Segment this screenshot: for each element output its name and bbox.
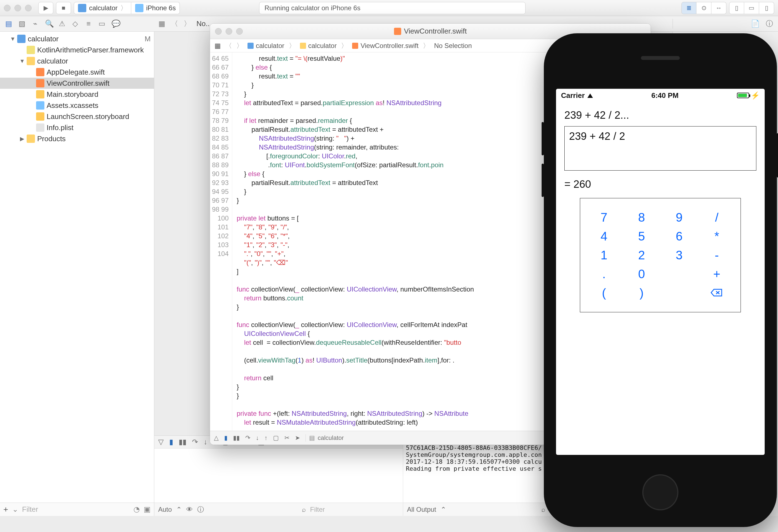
back-icon[interactable]: 〈 <box>171 19 178 28</box>
swift-file-icon <box>394 28 401 35</box>
close-window-icon[interactable] <box>215 28 222 35</box>
close-window-icon[interactable] <box>4 5 10 11</box>
stop-button[interactable]: ■ <box>56 2 71 14</box>
battery-icon: ⚡ <box>737 91 760 100</box>
breakpoint-nav-icon[interactable]: ▭ <box>98 19 105 28</box>
storyboard-icon <box>36 90 45 98</box>
zoom-window-icon[interactable] <box>236 28 243 35</box>
version-editor-button[interactable]: ↔ <box>711 2 726 14</box>
run-button[interactable]: ▶ <box>38 2 53 14</box>
chevron-updown-icon: ⌃ <box>441 506 446 513</box>
calc-key-*[interactable]: * <box>700 230 733 243</box>
debug-nav-icon[interactable]: ≡ <box>85 19 92 28</box>
calc-key-/[interactable]: / <box>700 210 733 225</box>
jumpbar-text[interactable]: No... <box>197 19 212 28</box>
scheme-selector[interactable]: calculator 〉 iPhone 6s <box>74 2 180 14</box>
calc-key-)[interactable]: ) <box>625 286 658 300</box>
pause-icon[interactable]: ▮▮ <box>179 438 186 446</box>
toggle-debug-icon[interactable]: △ <box>214 434 219 442</box>
step-into-icon[interactable]: ↓ <box>256 434 259 442</box>
print-desc-icon[interactable]: ⓘ <box>197 505 204 514</box>
nav-file-row[interactable]: Main.storyboard <box>0 89 154 100</box>
scm-filter-icon[interactable]: ▣ <box>144 505 151 514</box>
process-icon: ▤ <box>309 434 315 442</box>
home-button[interactable] <box>642 474 678 510</box>
vars-scope-select[interactable]: Auto <box>158 506 172 513</box>
console-scope-select[interactable]: All Output <box>407 506 436 513</box>
test-nav-icon[interactable]: ◇ <box>72 19 79 28</box>
memory-graph-icon[interactable]: ✂ <box>285 434 289 442</box>
minimize-window-icon[interactable] <box>14 5 21 11</box>
calc-key-9[interactable]: 9 <box>663 210 696 225</box>
calc-key-([interactable]: ( <box>588 286 621 300</box>
step-over-icon[interactable]: ↷ <box>192 438 198 446</box>
calc-key-0[interactable]: 0 <box>625 267 658 281</box>
assistant-editor-button[interactable]: ⊙ <box>696 2 711 14</box>
calc-key-8[interactable]: 8 <box>625 210 658 225</box>
disclosure-triangle-icon[interactable]: ▼ <box>19 58 24 64</box>
calc-key-1[interactable]: 1 <box>588 248 621 262</box>
calc-key-3[interactable]: 3 <box>663 248 696 262</box>
debug-view-icon[interactable]: ▢ <box>273 434 279 442</box>
filter-icon[interactable]: ⌄ <box>12 505 18 514</box>
find-nav-icon[interactable]: 🔍 <box>45 19 52 28</box>
nav-folder-row[interactable]: ▼ calculator <box>0 56 154 67</box>
add-button[interactable]: + <box>3 505 8 514</box>
pause-icon[interactable]: ▮▮ <box>233 434 240 442</box>
recent-filter-icon[interactable]: ◔ <box>134 505 140 514</box>
breakpoint-toggle-icon[interactable]: ▮ <box>224 434 228 442</box>
issue-nav-icon[interactable]: ⚠ <box>58 19 66 28</box>
disclosure-triangle-icon[interactable]: ▼ <box>10 36 15 42</box>
toggle-vars-icon[interactable]: ▽ <box>158 438 164 446</box>
nav-file-row-selected[interactable]: ViewController.swift <box>0 78 154 89</box>
stop-icon: ■ <box>62 4 65 12</box>
status-bar: Carrier 6:40 PM ⚡ <box>556 89 765 102</box>
quicklook-icon[interactable]: 👁 <box>186 506 193 513</box>
back-icon[interactable]: 〈 <box>225 41 232 50</box>
related-items-icon[interactable]: ▦ <box>158 19 165 28</box>
step-into-icon[interactable]: ↓ <box>204 438 207 446</box>
process-name[interactable]: calculator <box>318 434 344 442</box>
location-sim-icon[interactable]: ➤ <box>295 434 300 442</box>
forward-icon[interactable]: 〉 <box>184 19 191 28</box>
nav-file-row[interactable]: Assets.xcassets <box>0 100 154 111</box>
nav-file-row[interactable]: AppDelegate.swift <box>0 67 154 78</box>
quick-help-icon[interactable]: ⓘ <box>766 19 773 28</box>
step-out-icon[interactable]: ↑ <box>264 434 267 442</box>
toggle-inspector-button[interactable]: ▯ <box>759 2 774 14</box>
nav-file-row[interactable]: Info.plist <box>0 122 154 133</box>
related-items-icon[interactable]: ▦ <box>215 42 221 50</box>
calc-key-5[interactable]: 5 <box>625 230 658 243</box>
calc-key-6[interactable]: 6 <box>663 230 696 243</box>
symbol-nav-icon[interactable]: ⌁ <box>31 19 39 28</box>
calc-key-7[interactable]: 7 <box>588 210 621 225</box>
standard-editor-button[interactable]: ≣ <box>682 2 696 14</box>
toggle-debug-button[interactable]: ▭ <box>744 2 759 14</box>
file-inspector-icon[interactable]: 📄 <box>751 19 758 28</box>
calc-input[interactable]: 239 + 42 / 2 <box>564 126 756 171</box>
calc-key--[interactable]: - <box>700 248 733 262</box>
disclosure-triangle-icon[interactable]: ▶ <box>19 136 24 142</box>
nav-file-row[interactable]: LaunchScreen.storyboard <box>0 111 154 122</box>
navigator-filter-input[interactable]: Filter <box>22 505 130 514</box>
project-nav-icon[interactable]: ▤ <box>5 19 12 28</box>
folder-icon <box>27 57 35 65</box>
source-control-nav-icon[interactable]: ▧ <box>18 19 25 28</box>
calc-key-.[interactable]: . <box>588 267 621 281</box>
vars-filter-input[interactable]: Filter <box>310 506 399 513</box>
calc-key-+[interactable]: + <box>700 267 733 281</box>
zoom-window-icon[interactable] <box>25 5 31 11</box>
toggle-navigator-button[interactable]: ▯ <box>729 2 744 14</box>
calc-key-4[interactable]: 4 <box>588 230 621 243</box>
chevron-right-icon: 〉 <box>121 4 127 12</box>
breakpoint-toggle-icon[interactable]: ▮ <box>169 438 173 446</box>
minimize-window-icon[interactable] <box>226 28 232 35</box>
calc-key-delete[interactable] <box>700 286 733 300</box>
forward-icon[interactable]: 〉 <box>236 41 243 50</box>
calc-key-2[interactable]: 2 <box>625 248 658 262</box>
nav-project-row[interactable]: ▼ calculator M <box>0 33 154 45</box>
report-nav-icon[interactable]: 💬 <box>111 19 119 28</box>
step-over-icon[interactable]: ↷ <box>245 434 250 442</box>
nav-framework-row[interactable]: KotlinArithmeticParser.framework <box>0 45 154 56</box>
nav-products-row[interactable]: ▶ Products <box>0 133 154 144</box>
